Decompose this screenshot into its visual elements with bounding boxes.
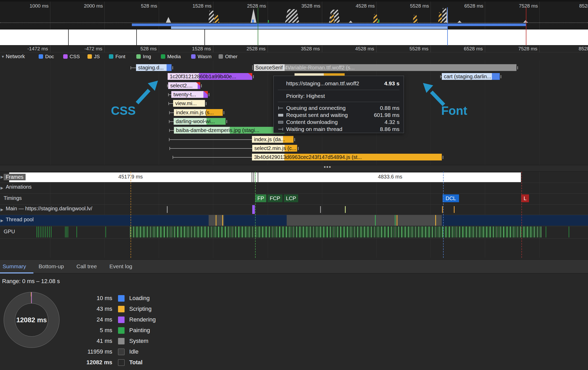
legend-label-css: CSS xyxy=(70,54,80,59)
gpu-activity-line xyxy=(38,226,39,237)
main-task-block[interactable] xyxy=(252,205,255,214)
gridline xyxy=(50,61,50,165)
network-request-bar[interactable]: index.min.js (s... xyxy=(174,109,223,116)
network-request-bar[interactable]: darling-wool-wi... xyxy=(174,118,226,125)
summary-pane: Range: 0 ms – 12.08 s 12082 ms 10 msLoad… xyxy=(0,274,588,370)
detail-ruler-tick xyxy=(539,45,540,52)
main-task-tick xyxy=(454,206,455,213)
tab-summary[interactable]: Summary xyxy=(3,263,26,270)
legend-swatch xyxy=(118,349,125,355)
network-request-bar[interactable]: select2.min.js (c... xyxy=(252,145,297,152)
legend-label-js: JS xyxy=(94,54,100,59)
network-request-bar[interactable]: view.mi... xyxy=(173,100,205,107)
legend-label: Rendering xyxy=(129,316,156,323)
legend-label-other: Other xyxy=(225,54,238,59)
legend-label: Loading xyxy=(129,295,150,302)
legend-label-font: Font xyxy=(115,54,125,59)
request-label: select2.min.js (c... xyxy=(254,145,296,151)
tooltip-phase-label: Waiting on main thread xyxy=(286,126,342,132)
tab-call-tree[interactable]: Call tree xyxy=(77,263,97,270)
gpu-activity-line xyxy=(68,226,68,237)
legend-swatch xyxy=(118,338,125,344)
request-label: cart (staging.darlin... xyxy=(444,74,491,80)
network-request-bar[interactable]: index.js (da... xyxy=(252,136,293,143)
track-area: 4517.9 ms4833.6 ms▶Frames▶AnimationsTimi… xyxy=(0,172,588,258)
legend-label: Painting xyxy=(129,327,150,334)
timing-marker-fp[interactable]: FP xyxy=(255,194,266,202)
legend-value: 41 ms xyxy=(65,338,112,344)
tab-event-log[interactable]: Event log xyxy=(109,263,132,270)
main-task-tick xyxy=(320,206,321,213)
overview-ruler-label: 4528 ms xyxy=(356,3,375,9)
main-expand-icon[interactable]: ▶ xyxy=(1,207,3,212)
legend-value: 10 ms xyxy=(65,295,112,302)
timeline-overview[interactable]: 1000 ms2000 ms528 ms1528 ms2528 ms3528 m… xyxy=(0,0,588,29)
filmstrip-frame-border xyxy=(204,29,205,45)
cpu-activity-peak xyxy=(268,20,269,23)
threadpool-task-block[interactable] xyxy=(287,215,442,226)
request-end-tick xyxy=(224,111,224,114)
animations-expand-icon[interactable]: ▶ xyxy=(1,186,3,190)
detail-ruler-tick xyxy=(268,45,268,52)
request-label: index.js (da... xyxy=(254,136,285,142)
overview-ruler-label: 8528 ms xyxy=(579,3,588,9)
overview-network-band-light xyxy=(171,26,447,29)
gridline xyxy=(159,61,159,165)
tooltip-phase-label: Content downloading xyxy=(286,119,338,125)
request-whisker xyxy=(169,139,252,140)
network-expand-icon[interactable]: ▼ xyxy=(1,55,5,59)
network-request-bar[interactable]: 3b40d429013d6963cec243f147d54894.js (st.… xyxy=(252,154,442,160)
overview-marker-line xyxy=(526,7,526,45)
tooltip-phase-row: Queuing and connecting0.88 ms xyxy=(278,104,399,111)
request-label-rest: 4Variable-Roman.ttf.woff2 (s... xyxy=(285,65,355,71)
timing-marker-fcp[interactable]: FCP xyxy=(267,194,283,202)
animations-track-label: Animations xyxy=(6,184,32,190)
timing-marker-l[interactable]: L xyxy=(521,194,529,202)
legend-label: Total xyxy=(129,359,143,366)
request-download-segment xyxy=(167,64,172,71)
legend-swatch xyxy=(118,327,125,334)
frames-expand-icon[interactable]: ▶ xyxy=(1,175,3,179)
legend-swatch xyxy=(118,359,125,366)
gpu-activity-line xyxy=(40,226,40,237)
request-whisker-cap xyxy=(169,138,169,141)
timing-marker-lcp[interactable]: LCP xyxy=(284,194,298,202)
request-whisker-cap xyxy=(440,75,441,78)
legend-value: 5 ms xyxy=(65,327,112,334)
frames-track-bar[interactable] xyxy=(9,172,521,182)
main-thread-wait-icon xyxy=(278,127,286,131)
threadpool-task-tick xyxy=(395,215,396,226)
network-request-bar[interactable]: twenty-t... xyxy=(171,91,208,98)
frame-boundary xyxy=(254,172,254,182)
legend-value: 11959 ms xyxy=(65,348,112,355)
frames-duration-label: 4833.6 ms xyxy=(369,174,411,180)
network-request-bar[interactable]: cart (staging.darlin... xyxy=(442,73,500,80)
cpu-activity-peak xyxy=(438,12,442,23)
drag-dots-icon[interactable]: ••• xyxy=(324,164,331,170)
cpu-activity-peak xyxy=(457,21,462,23)
threadpool-expand-icon[interactable]: ▶ xyxy=(1,218,3,223)
request-label: select2.... xyxy=(170,83,193,89)
cpu-activity-peak xyxy=(413,15,418,23)
track-guide-line xyxy=(255,172,256,258)
request-end-tick xyxy=(172,66,173,69)
request-label: index.min.js (s... xyxy=(176,110,214,116)
network-request-bar-dimmed[interactable]: SourceSerif4Variable-Roman.ttf.woff2 (s.… xyxy=(254,64,516,71)
filmstrip-frame-border xyxy=(136,29,137,45)
track-guide-line xyxy=(131,172,131,258)
network-request-bar[interactable]: 1c20f31212860b1a99b40e... xyxy=(168,73,252,80)
network-request-bar[interactable]: select2.... xyxy=(168,82,200,89)
pane-resize-handle[interactable]: ••• xyxy=(0,165,588,172)
overview-ruler-label: 7528 ms xyxy=(519,3,538,9)
gpu-activity-line xyxy=(45,226,46,237)
summary-legend-row: 43 msScripting xyxy=(65,305,175,313)
request-whisker xyxy=(169,112,174,113)
request-whisker-cap xyxy=(173,156,173,159)
network-request-bar[interactable]: baiba-dambe-dzemperis.jpg (stagi... xyxy=(174,127,285,134)
frames-track-label: Frames xyxy=(4,174,26,180)
network-request-bar[interactable]: staging.d... xyxy=(136,64,172,71)
detail-ruler-tick xyxy=(376,45,377,52)
timing-marker-dcl[interactable]: DCL xyxy=(443,194,459,202)
tab-bottom-up[interactable]: Bottom-up xyxy=(39,263,64,270)
request-download-segment xyxy=(492,73,500,80)
